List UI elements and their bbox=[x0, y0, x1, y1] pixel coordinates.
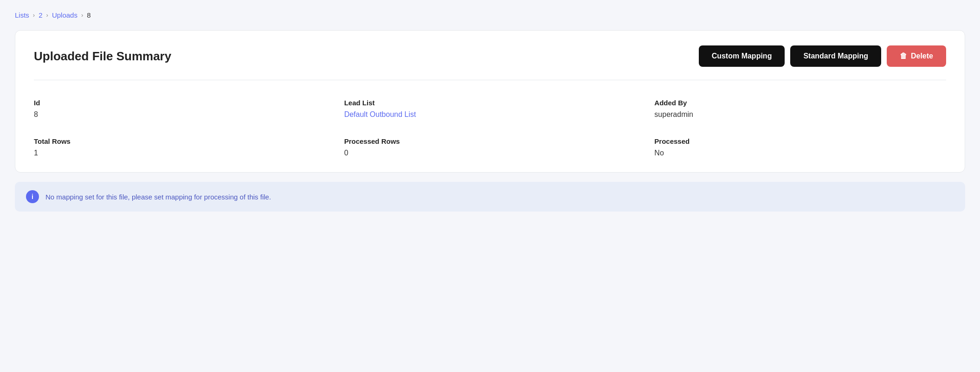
breadcrumb-lists-link[interactable]: Lists bbox=[15, 11, 29, 19]
detail-lead-list: Lead List Default Outbound List bbox=[344, 99, 636, 119]
header-actions: Custom Mapping Standard Mapping 🗑 Delete bbox=[699, 45, 946, 67]
breadcrumb-separator-1: › bbox=[33, 12, 35, 19]
info-banner: i No mapping set for this file, please s… bbox=[15, 182, 965, 212]
delete-button[interactable]: 🗑 Delete bbox=[887, 45, 946, 67]
detail-processed-rows: Processed Rows 0 bbox=[344, 137, 636, 157]
standard-mapping-button[interactable]: Standard Mapping bbox=[790, 45, 881, 67]
delete-label: Delete bbox=[911, 52, 933, 60]
detail-added-by-value: superadmin bbox=[654, 110, 946, 119]
info-message: No mapping set for this file, please set… bbox=[45, 193, 271, 201]
card-header: Uploaded File Summary Custom Mapping Sta… bbox=[34, 45, 946, 67]
detail-processed-label: Processed bbox=[654, 137, 946, 145]
breadcrumb-uploads-link[interactable]: Uploads bbox=[52, 11, 77, 19]
breadcrumb-separator-2: › bbox=[46, 12, 48, 19]
breadcrumb-separator-3: › bbox=[81, 12, 83, 19]
detail-added-by-label: Added By bbox=[654, 99, 946, 107]
detail-total-rows-label: Total Rows bbox=[34, 137, 326, 145]
detail-processed: Processed No bbox=[654, 137, 946, 157]
detail-processed-rows-value: 0 bbox=[344, 149, 636, 157]
detail-total-rows-value: 1 bbox=[34, 149, 326, 157]
details-grid: Id 8 Lead List Default Outbound List Add… bbox=[34, 99, 946, 157]
detail-lead-list-value[interactable]: Default Outbound List bbox=[344, 110, 636, 119]
detail-total-rows: Total Rows 1 bbox=[34, 137, 326, 157]
breadcrumb-2-link[interactable]: 2 bbox=[39, 11, 42, 19]
card-divider bbox=[34, 80, 946, 80]
detail-processed-rows-label: Processed Rows bbox=[344, 137, 636, 145]
custom-mapping-button[interactable]: Custom Mapping bbox=[699, 45, 785, 67]
detail-id-label: Id bbox=[34, 99, 326, 107]
trash-icon: 🗑 bbox=[900, 52, 907, 60]
breadcrumb: Lists › 2 › Uploads › 8 bbox=[15, 11, 965, 19]
info-icon: i bbox=[26, 190, 39, 203]
page-title: Uploaded File Summary bbox=[34, 49, 171, 64]
detail-id: Id 8 bbox=[34, 99, 326, 119]
detail-added-by: Added By superadmin bbox=[654, 99, 946, 119]
detail-id-value: 8 bbox=[34, 110, 326, 119]
detail-lead-list-label: Lead List bbox=[344, 99, 636, 107]
main-card: Uploaded File Summary Custom Mapping Sta… bbox=[15, 30, 965, 173]
detail-processed-value: No bbox=[654, 149, 946, 157]
breadcrumb-current: 8 bbox=[87, 11, 90, 19]
